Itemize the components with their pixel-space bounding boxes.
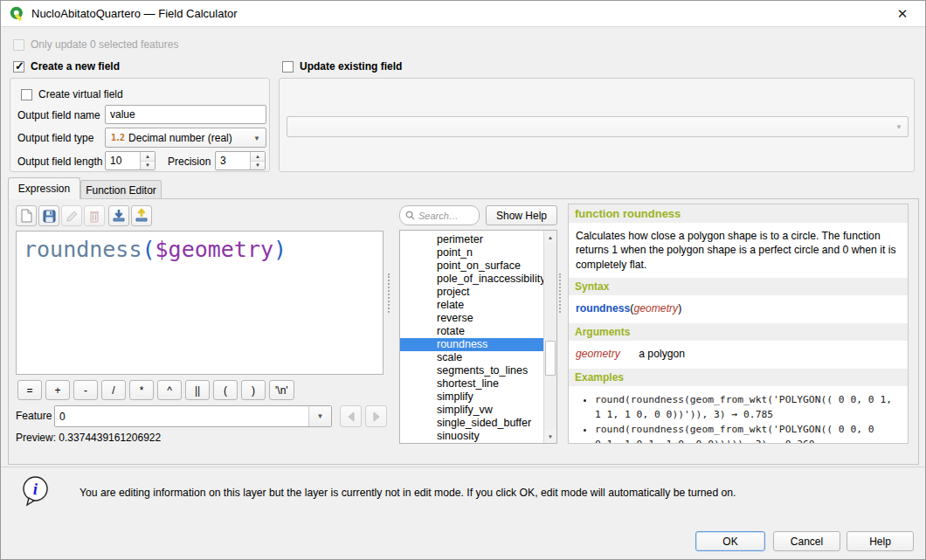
operator-button[interactable]: (: [213, 380, 238, 400]
create-new-field-checkbox[interactable]: Create a new field: [13, 60, 120, 73]
operator-button[interactable]: +: [45, 380, 70, 400]
operator-button[interactable]: ^: [157, 380, 182, 400]
decimal-type-icon: 1.2: [111, 133, 124, 142]
spinner-arrows[interactable]: ▲▼: [140, 152, 155, 169]
function-list-item[interactable]: segments_to_lines: [400, 364, 556, 377]
footer-divider: [1, 467, 925, 467]
existing-field-dropdown: ▼: [287, 116, 909, 137]
splitter-handle[interactable]: [388, 273, 391, 313]
edit-expression-icon: [66, 210, 79, 223]
feature-input[interactable]: [55, 406, 308, 426]
close-icon[interactable]: ✕: [890, 4, 915, 24]
operator-button[interactable]: =: [17, 380, 42, 400]
function-list-item[interactable]: point_n: [400, 246, 556, 259]
tab-expression[interactable]: Expression: [8, 177, 80, 199]
info-icon: i: [22, 475, 52, 508]
help-button[interactable]: Help: [847, 531, 914, 551]
function-list-item[interactable]: relate: [400, 299, 556, 312]
search-input[interactable]: [418, 211, 469, 221]
new-expression-button[interactable]: [16, 205, 37, 226]
new-field-group: Create virtual field Output field name O…: [10, 78, 270, 172]
import-expression-button[interactable]: [108, 205, 129, 226]
function-list[interactable]: perimeterpoint_npoint_on_surfacepole_of_…: [399, 230, 557, 444]
output-field-name-label: Output field name: [17, 109, 100, 121]
show-help-button[interactable]: Show Help: [486, 205, 557, 225]
create-new-field-label: Create a new field: [31, 60, 120, 73]
function-list-item[interactable]: simplify: [400, 391, 556, 404]
help-description: Calculates how close a polygon shape is …: [569, 223, 908, 276]
function-list-item[interactable]: pole_of_inaccessibility: [400, 273, 556, 286]
function-list-item[interactable]: reverse: [400, 312, 556, 325]
expression-token: roundness: [24, 237, 142, 262]
field-calculator-dialog: NucloAbitatoQuartero — Field Calculator …: [0, 0, 926, 560]
expression-editor[interactable]: roundness($geometry): [16, 231, 384, 375]
function-search[interactable]: [399, 205, 480, 225]
spin-up-icon[interactable]: ▲: [141, 152, 155, 162]
expression-token: $geometry: [155, 237, 273, 262]
expression-tab-pane: roundness($geometry) =+-/*^||()'\n' Feat…: [8, 198, 919, 465]
arrow-left-icon: [346, 411, 356, 422]
update-existing-field-checkbox[interactable]: Update existing field: [282, 60, 402, 73]
delete-expression-icon: [88, 210, 100, 223]
argument-row: geometry a polygon: [569, 341, 908, 367]
spin-up-icon[interactable]: ▲: [251, 152, 265, 162]
function-list-item[interactable]: project: [400, 286, 556, 299]
checkbox-box[interactable]: [13, 61, 24, 73]
output-field-type-label: Output field type: [17, 132, 93, 144]
arrow-right-icon: [371, 411, 382, 422]
operator-button[interactable]: ||: [185, 380, 210, 400]
chevron-down-icon[interactable]: ▼: [308, 406, 331, 426]
function-list-item[interactable]: roundness: [400, 338, 556, 351]
output-field-length-input[interactable]: [106, 152, 140, 169]
spin-down-icon[interactable]: ▼: [251, 162, 265, 170]
next-feature-button: [365, 405, 387, 427]
existing-field-group: ▼: [279, 78, 915, 172]
output-field-length-spinner[interactable]: ▲▼: [105, 151, 155, 170]
export-expression-button[interactable]: [131, 205, 152, 226]
spinner-arrows[interactable]: ▲▼: [250, 152, 265, 169]
precision-spinner[interactable]: ▲▼: [215, 151, 266, 170]
function-list-item[interactable]: rotate: [400, 325, 556, 338]
examples-list: round(roundness(geom_from_wkt('POLYGON((…: [595, 393, 901, 444]
scroll-down-icon[interactable]: ▼: [544, 430, 556, 443]
operator-button[interactable]: /: [101, 380, 126, 400]
function-list-item[interactable]: perimeter: [400, 233, 556, 246]
syntax-function-name: roundness: [576, 302, 630, 315]
operator-button[interactable]: '\n': [269, 380, 294, 400]
feature-combobox[interactable]: ▼: [54, 405, 332, 427]
function-list-item[interactable]: sinuosity: [400, 430, 556, 443]
export-expression-icon: [135, 209, 149, 223]
function-list-item[interactable]: shortest_line: [400, 377, 556, 391]
scroll-up-icon[interactable]: ▲: [544, 231, 556, 244]
edit-mode-info-message: You are editing information on this laye…: [79, 487, 892, 499]
create-virtual-field-checkbox[interactable]: Create virtual field: [21, 88, 123, 100]
tab-function-editor[interactable]: Function Editor: [80, 180, 162, 199]
output-field-type-dropdown[interactable]: 1.2 Decimal number (real) ▼: [105, 128, 266, 148]
checkbox-box[interactable]: [21, 89, 32, 100]
function-list-item[interactable]: scale: [400, 351, 556, 364]
scrollbar-thumb[interactable]: [545, 341, 556, 376]
operator-button[interactable]: -: [73, 380, 98, 400]
splitter-handle[interactable]: [559, 273, 563, 313]
ok-button[interactable]: OK: [695, 531, 765, 551]
precision-input[interactable]: [216, 152, 250, 169]
syntax-line: roundness(geometry): [569, 295, 908, 321]
precision-label: Precision: [168, 156, 211, 168]
output-field-name-input[interactable]: [105, 105, 266, 124]
checkbox-box[interactable]: [282, 61, 294, 73]
operator-button[interactable]: ): [241, 380, 266, 400]
function-list-item[interactable]: simplify_vw: [400, 404, 556, 417]
function-list-item[interactable]: single_sided_buffer: [400, 417, 556, 430]
function-list-item[interactable]: point_on_surface: [400, 259, 556, 273]
edit-expression-button: [61, 205, 82, 226]
operator-button[interactable]: *: [129, 380, 154, 400]
arguments-heading: Arguments: [569, 323, 908, 341]
cancel-button[interactable]: Cancel: [773, 531, 840, 551]
spin-down-icon[interactable]: ▼: [141, 162, 155, 170]
preview-label: Preview:: [16, 432, 56, 444]
title-bar[interactable]: NucloAbitatoQuartero — Field Calculator …: [1, 1, 925, 27]
examples-heading: Examples: [569, 369, 908, 386]
function-list-scrollbar[interactable]: ▲ ▼: [543, 231, 556, 443]
save-expression-button[interactable]: [38, 205, 59, 226]
delete-expression-button: [84, 205, 105, 226]
